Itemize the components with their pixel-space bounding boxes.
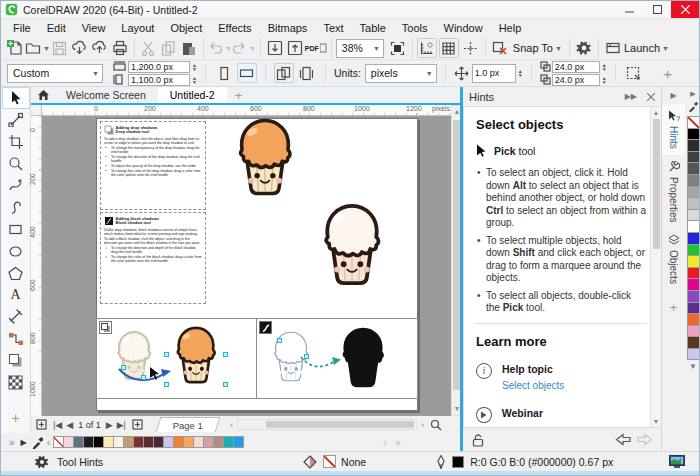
menu-edit[interactable]: Edit	[39, 19, 74, 37]
transparency-tool[interactable]	[2, 371, 30, 393]
hints-scroll-up[interactable]: ▲	[651, 107, 661, 117]
selection-handle[interactable]	[223, 352, 228, 357]
palette-overflow-left[interactable]: »	[9, 437, 15, 448]
print-button[interactable]	[110, 38, 130, 58]
horizontal-scroll-thumb[interactable]	[266, 421, 414, 428]
hints-scroll-thumb[interactable]	[653, 119, 660, 249]
page-height-stepper[interactable]: ▲▼	[192, 76, 197, 84]
horizontal-ruler[interactable]: 0 200 400 600 800 1000 1200 pixels	[42, 105, 451, 116]
show-rulers-button[interactable]	[417, 38, 437, 58]
docker-collapse-icon[interactable]: ▶▶	[625, 92, 637, 101]
show-guidelines-button[interactable]	[461, 38, 481, 58]
page-width-field[interactable]: 1,200.0 px	[128, 61, 190, 73]
dimension-tool[interactable]	[2, 306, 30, 328]
menu-table[interactable]: Table	[352, 19, 394, 37]
menu-file[interactable]: File	[5, 19, 39, 37]
redo-button[interactable]: ▼	[232, 38, 256, 58]
drawing-canvas[interactable]: Adding drop shadowsDrop shadow tool To a…	[42, 116, 451, 416]
launch-dropdown[interactable]: Launch▼	[603, 38, 672, 58]
menu-view[interactable]: View	[74, 19, 114, 37]
ruler-origin-corner[interactable]	[31, 105, 42, 116]
crop-tool[interactable]	[2, 131, 30, 153]
hints-scroll-down[interactable]: ▼	[651, 416, 661, 426]
export-button[interactable]	[285, 38, 305, 58]
all-pages-button[interactable]	[274, 63, 294, 83]
paste-button[interactable]	[179, 38, 199, 58]
canvas-note-drop-shadows[interactable]: Adding drop shadowsDrop shadow tool To a…	[100, 121, 206, 210]
copy-button[interactable]	[159, 38, 179, 58]
zoom-tool[interactable]	[2, 153, 30, 175]
pick-tool[interactable]	[2, 87, 30, 109]
next-page-button[interactable]: ▶	[106, 420, 113, 430]
zoom-document-icon[interactable]	[430, 419, 442, 431]
treat-as-filled-button[interactable]	[624, 63, 644, 83]
undo-button[interactable]: ▼	[208, 38, 232, 58]
page-size-preset-combo[interactable]: Custom▼	[7, 64, 103, 83]
rectangle-tool[interactable]	[2, 218, 30, 240]
menu-tools[interactable]: Tools	[394, 19, 436, 37]
cupcake-vanilla[interactable]	[314, 199, 390, 290]
cloud-upload-button[interactable]	[90, 38, 110, 58]
minimize-button[interactable]	[615, 1, 643, 18]
back-arrow-icon[interactable]	[615, 433, 631, 446]
full-screen-preview-button[interactable]	[388, 38, 408, 58]
eyedropper-icon[interactable]	[31, 436, 44, 449]
docker-tab-objects[interactable]: Objects	[662, 228, 686, 290]
duplicate-y-stepper[interactable]: ▲▼	[602, 76, 607, 84]
import-button[interactable]	[265, 38, 285, 58]
freehand-tool[interactable]	[2, 175, 30, 197]
landscape-button[interactable]	[237, 63, 257, 83]
vertical-ruler[interactable]: 0 200 400 600 800 1000	[31, 116, 42, 416]
shape-tool[interactable]	[2, 109, 30, 131]
status-gear-icon[interactable]	[35, 455, 49, 469]
prev-page-button[interactable]: ◀	[66, 420, 73, 430]
page-1-tab[interactable]: Page 1	[155, 417, 220, 432]
add-property-button[interactable]: +	[658, 63, 678, 83]
menu-effects[interactable]: Effects	[210, 19, 259, 37]
show-grid-button[interactable]	[439, 38, 459, 58]
palette-flyout-icon[interactable]: ▶	[690, 87, 695, 101]
last-page-button[interactable]: ▶|	[117, 420, 126, 430]
palette-overflow-right[interactable]: »	[395, 437, 401, 448]
add-page-start-button[interactable]	[31, 417, 51, 432]
hscroll-right-arrow[interactable]: ›	[421, 420, 424, 430]
artistic-media-tool[interactable]	[2, 196, 30, 218]
color-swatch[interactable]	[233, 436, 244, 448]
fill-none-swatch[interactable]	[323, 455, 336, 468]
forward-arrow-icon[interactable]	[637, 433, 653, 446]
ellipse-tool[interactable]	[2, 240, 30, 262]
selection-handle[interactable]	[304, 354, 309, 359]
horizontal-scrollbar[interactable]	[237, 419, 417, 430]
menu-layout[interactable]: Layout	[113, 19, 162, 37]
duplicate-x-stepper[interactable]: ▲▼	[602, 63, 607, 71]
palette-scroll-right[interactable]: ›	[383, 436, 387, 448]
color-swatch[interactable]	[687, 348, 700, 361]
outline-color-swatch[interactable]	[452, 456, 464, 468]
first-page-button[interactable]: |◀	[53, 420, 62, 430]
home-icon[interactable]	[37, 89, 50, 101]
new-document-tab-button[interactable]: +	[227, 89, 251, 103]
docker-tab-hints[interactable]: ? Hints	[662, 104, 686, 155]
cloud-download-button[interactable]	[70, 38, 90, 58]
palette-scroll-down-icon[interactable]: ▼	[689, 362, 697, 371]
snap-off-button[interactable]	[490, 38, 510, 58]
palette-scroll-left[interactable]: ‹	[47, 436, 51, 448]
page-width-stepper[interactable]: ▲▼	[192, 63, 197, 71]
menu-bitmaps[interactable]: Bitmaps	[260, 19, 316, 37]
units-combo[interactable]: pixels▼	[365, 64, 437, 83]
selection-handle[interactable]	[141, 375, 146, 380]
lock-icon[interactable]	[471, 433, 485, 447]
current-page-button[interactable]	[297, 63, 317, 83]
open-button[interactable]: ▼	[25, 38, 50, 58]
tab-welcome-screen[interactable]: Welcome Screen	[54, 87, 158, 103]
hints-scrollbar[interactable]: ▲ ▼	[650, 107, 661, 427]
duplicate-y-field[interactable]: 24.0 px	[552, 74, 600, 86]
docker-tab-properties[interactable]: Properties	[662, 155, 686, 229]
palette-eyedropper-icon[interactable]	[688, 101, 699, 112]
tab-untitled-2[interactable]: Untitled-2	[158, 87, 227, 103]
close-button[interactable]	[671, 1, 699, 18]
save-button[interactable]	[50, 38, 70, 58]
palette-pick-arrow-icon[interactable]: ▶	[21, 438, 27, 447]
selection-handle[interactable]	[223, 382, 228, 387]
open-dropdown-caret[interactable]: ▼	[43, 45, 50, 52]
